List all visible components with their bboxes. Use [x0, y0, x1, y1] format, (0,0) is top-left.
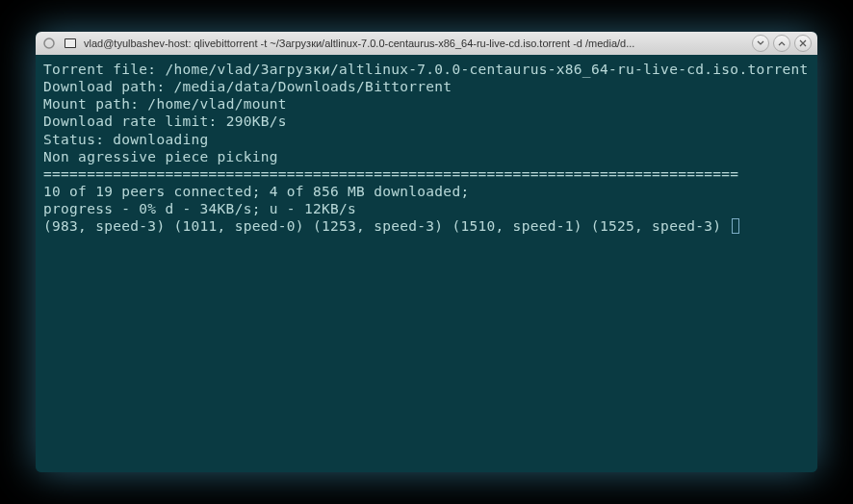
- window-menu-icon[interactable]: [41, 36, 57, 51]
- svg-rect-2: [65, 39, 75, 47]
- separator-line: ========================================…: [43, 165, 810, 183]
- download-path-line: Download path: /media/data/Downloads/Bit…: [43, 78, 810, 95]
- peers-line: 10 of 19 peers connected; 4 of 856 MB do…: [43, 183, 810, 200]
- rate-limit-line: Download rate limit: 290KB/s: [43, 113, 810, 130]
- titlebar[interactable]: vlad@tyulbashev-host: qlivebittorrent -t…: [36, 32, 817, 55]
- status-line: Status: downloading: [43, 131, 810, 148]
- terminal-content[interactable]: Torrent file: /home/vlad/Загрузки/altlin…: [36, 55, 817, 472]
- minimize-button[interactable]: [752, 35, 769, 52]
- terminal-icon: [63, 36, 78, 51]
- svg-point-0: [44, 38, 54, 48]
- window-controls: [752, 35, 812, 52]
- mount-path-line: Mount path: /home/vlad/mount: [43, 95, 810, 113]
- close-button[interactable]: [794, 35, 812, 52]
- torrent-file-line: Torrent file: /home/vlad/Загрузки/altlin…: [43, 61, 810, 78]
- piece-picking-line: Non agressive piece picking: [43, 148, 810, 165]
- cursor: [732, 218, 739, 234]
- terminal-window: vlad@tyulbashev-host: qlivebittorrent -t…: [36, 32, 817, 472]
- progress-line: progress - 0% d - 34KB/s; u - 12KB/s: [43, 200, 810, 217]
- window-title: vlad@tyulbashev-host: qlivebittorrent -t…: [84, 38, 746, 49]
- speeds-line: (983, speed-3) (1011, speed-0) (1253, sp…: [43, 217, 810, 235]
- maximize-button[interactable]: [773, 35, 790, 52]
